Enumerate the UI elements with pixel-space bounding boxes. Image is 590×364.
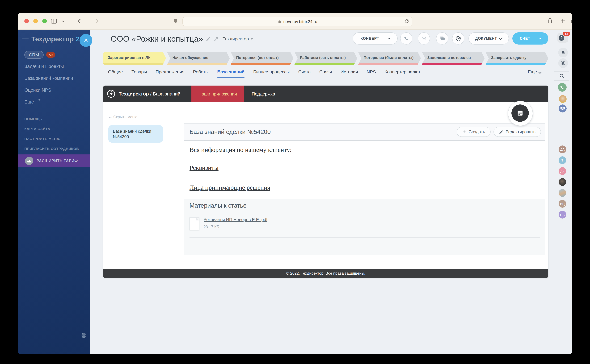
pipeline-stage[interactable]: Задолжал и потерялся <box>422 52 484 65</box>
lightning-logo-icon <box>107 89 115 98</box>
stage-color-bar <box>167 63 230 65</box>
privacy-shield-icon[interactable] <box>172 18 180 26</box>
deal-tab[interactable]: История <box>340 69 358 79</box>
kb-nav-our-apps[interactable]: Наши приложения <box>191 85 244 102</box>
attachment-link[interactable]: Реквизиты ИП Неверов Е.Е..pdf <box>204 217 267 222</box>
deal-tab[interactable]: Связи <box>319 69 332 79</box>
chat-button[interactable] <box>436 32 448 45</box>
email-button[interactable] <box>418 32 430 45</box>
deal-tab[interactable]: Конвертер валют <box>384 69 420 79</box>
copy-link-icon[interactable] <box>213 36 219 41</box>
zoom-window-button[interactable] <box>42 19 47 23</box>
chat-exchange-icon <box>560 60 566 66</box>
chevron-down-icon[interactable] <box>61 19 69 26</box>
share-icon[interactable] <box>546 17 554 25</box>
sidebar-footer-link[interactable]: КАРТА САЙТА <box>24 127 79 131</box>
pipeline-stage[interactable]: Завершить сделку <box>486 52 548 65</box>
attachment-size: 23.17 КБ <box>204 225 219 229</box>
pipeline-stage[interactable]: Потерялся (нет оплат) <box>231 52 293 65</box>
floating-button-ring <box>508 101 533 126</box>
deal-title: ООО «Рожки и копытца» <box>111 34 203 44</box>
article-intro: Вся информация по нашему клиенту: <box>190 146 540 154</box>
reload-icon[interactable] <box>404 19 410 24</box>
url-field[interactable]: neverov.bitrix24.ru <box>182 17 412 26</box>
convert-split-button[interactable]: КОНВЕРТ <box>353 32 398 45</box>
tab-overview-icon[interactable] <box>570 17 572 25</box>
sidebar-footer-link[interactable]: ПОМОЩЬ <box>24 117 79 121</box>
header-divider <box>184 140 545 141</box>
invoice-dropdown[interactable] <box>535 33 545 44</box>
telephony-button[interactable] <box>558 83 567 92</box>
bitrix-page: Техдиректор 2 ✕ CRM 50 Задачи и Проекты … <box>18 30 572 354</box>
edit-button[interactable]: Редактировать <box>493 127 541 137</box>
help-button[interactable]: ? 13 <box>557 33 568 43</box>
stage-color-bar <box>231 63 293 65</box>
kb-nav-support[interactable]: Поддержка <box>244 91 283 96</box>
user-avatar[interactable] <box>559 189 566 197</box>
sidebar-footer-link[interactable]: НАСТРОИТЬ МЕНЮ <box>24 137 79 141</box>
sidebar-item[interactable]: Задачи и Проекты <box>24 64 73 69</box>
deal-tab[interactable]: Роботы <box>193 69 209 79</box>
search-button[interactable] <box>557 71 567 81</box>
printer-icon[interactable] <box>81 332 87 338</box>
deal-tab[interactable]: Счета <box>298 69 311 79</box>
edit-title-icon[interactable] <box>206 37 211 41</box>
rail-separator <box>554 80 569 81</box>
new-tab-icon[interactable] <box>559 17 567 25</box>
article-chat-floating-button[interactable] <box>511 104 529 122</box>
user-avatar[interactable] <box>559 178 566 186</box>
sidebar-item[interactable]: Оценки NPS <box>24 87 73 93</box>
close-menu-button[interactable]: ✕ <box>80 34 92 47</box>
user-avatar[interactable]: НБ <box>559 211 566 219</box>
pipeline-selector[interactable]: Техдиректор <box>223 36 249 42</box>
hide-menu-link[interactable]: ← Скрыть меню <box>108 115 137 119</box>
deal-tab[interactable]: Общие <box>108 69 123 79</box>
settings-button[interactable] <box>452 32 464 45</box>
browser-toolbar: neverov.bitrix24.ru <box>18 13 572 30</box>
upgrade-plan-button[interactable]: РАСШИРИТЬ ТАРИФ <box>18 155 90 167</box>
pipeline-stage[interactable]: Работаем (есть оплаты) <box>294 52 357 65</box>
deal-tab[interactable]: Товары <box>132 69 147 79</box>
article-link-decision-makers[interactable]: Лица принимающие решения <box>190 184 270 191</box>
user-avatar[interactable]: ВЦ <box>559 200 566 208</box>
pipeline-stage[interactable]: Начал обсуждение <box>167 52 230 65</box>
document-button[interactable]: ДОКУМЕНТ <box>469 32 509 45</box>
hamburger-icon[interactable] <box>22 37 29 43</box>
sidebar-item[interactable]: База знаний компании <box>24 76 73 81</box>
article-header: База знаний сделки №54200 Создать Редакт… <box>184 124 545 140</box>
back-button[interactable] <box>76 17 83 25</box>
deal-tab[interactable]: База знаний <box>217 69 245 79</box>
sidebar-footer-link[interactable]: ПРИГЛАСИТЬ СОТРУДНИКОВ <box>24 147 79 151</box>
create-button[interactable]: Создать <box>457 127 491 137</box>
sidebar-item-crm[interactable]: CRM <box>24 51 44 59</box>
user-avatar[interactable]: ДА <box>559 145 566 153</box>
materials-section: Материалы к статье Реквизиты ИП Неверов … <box>184 199 545 255</box>
close-window-button[interactable] <box>24 19 29 23</box>
sidebar-item[interactable]: Ещё <box>24 99 73 104</box>
pipeline-stage[interactable]: Зарегистрирован в ЛК <box>103 52 166 65</box>
group-chat-button[interactable] <box>559 104 567 112</box>
deal-tab[interactable]: Бизнес-процессы <box>253 69 290 79</box>
team-avatar-photo[interactable] <box>559 95 567 103</box>
invoice-button[interactable]: СЧЁТ <box>515 33 535 44</box>
convert-button[interactable]: КОНВЕРТ <box>356 33 384 44</box>
sidebar-toggle-icon[interactable] <box>50 17 58 25</box>
invoice-split-button[interactable]: СЧЁТ <box>512 32 548 45</box>
lock-icon <box>278 20 281 24</box>
minimize-window-button[interactable] <box>33 19 38 23</box>
article-link-requisites[interactable]: Реквизиты <box>190 164 219 171</box>
convert-dropdown[interactable] <box>384 33 394 44</box>
forward-button[interactable] <box>93 17 101 25</box>
tab-more[interactable]: Еще <box>528 69 541 74</box>
article-body: Вся информация по нашему клиенту: Реквиз… <box>190 146 540 191</box>
user-avatar[interactable]: ДК <box>559 167 566 175</box>
kb-menu-item-active[interactable]: База знаний сделки №54200 <box>108 125 163 143</box>
deal-tab[interactable]: NPS <box>367 69 376 79</box>
deal-tab[interactable]: Предложения <box>156 69 184 79</box>
pipeline-stage[interactable]: Потерялся (были оплаты) <box>358 52 421 65</box>
call-button[interactable] <box>400 32 412 45</box>
user-avatar[interactable]: Т <box>559 156 566 164</box>
open-lines-button[interactable] <box>558 58 568 68</box>
plus-icon <box>462 130 466 134</box>
notifications-button[interactable] <box>558 48 568 57</box>
